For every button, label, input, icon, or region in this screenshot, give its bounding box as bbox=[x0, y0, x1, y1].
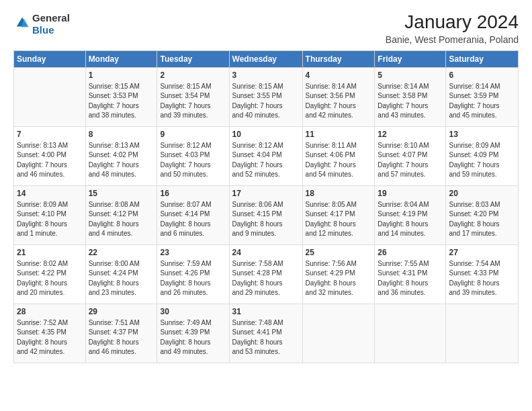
day-info: Sunrise: 7:52 AMSunset: 4:35 PMDaylight:… bbox=[17, 318, 83, 357]
calendar-cell: 22Sunrise: 8:00 AMSunset: 4:24 PMDayligh… bbox=[85, 244, 157, 304]
day-number: 20 bbox=[449, 188, 515, 199]
day-number: 31 bbox=[232, 306, 300, 318]
day-number: 17 bbox=[232, 188, 300, 199]
logo-general: General bbox=[32, 12, 70, 24]
day-info: Sunrise: 8:06 AMSunset: 4:15 PMDaylight:… bbox=[232, 200, 300, 239]
calendar-cell bbox=[302, 304, 375, 363]
main-title: January 2024 bbox=[386, 12, 519, 33]
day-info: Sunrise: 8:09 AMSunset: 4:10 PMDaylight:… bbox=[17, 200, 83, 239]
calendar-cell: 14Sunrise: 8:09 AMSunset: 4:10 PMDayligh… bbox=[14, 185, 86, 244]
day-info: Sunrise: 7:49 AMSunset: 4:39 PMDaylight:… bbox=[160, 318, 226, 357]
day-info: Sunrise: 8:02 AMSunset: 4:22 PMDaylight:… bbox=[17, 259, 83, 298]
calendar-cell: 31Sunrise: 7:48 AMSunset: 4:41 PMDayligh… bbox=[229, 304, 302, 363]
title-block: January 2024 Banie, West Pomerania, Pola… bbox=[386, 12, 519, 45]
calendar-cell: 15Sunrise: 8:08 AMSunset: 4:12 PMDayligh… bbox=[85, 185, 157, 244]
calendar-cell: 9Sunrise: 8:12 AMSunset: 4:03 PMDaylight… bbox=[157, 126, 229, 185]
calendar-cell: 19Sunrise: 8:04 AMSunset: 4:19 PMDayligh… bbox=[375, 185, 446, 244]
day-info: Sunrise: 7:59 AMSunset: 4:26 PMDaylight:… bbox=[160, 259, 226, 298]
day-number: 25 bbox=[306, 247, 372, 259]
calendar-cell: 27Sunrise: 7:54 AMSunset: 4:33 PMDayligh… bbox=[446, 244, 519, 304]
calendar-cell: 5Sunrise: 8:14 AMSunset: 3:58 PMDaylight… bbox=[375, 67, 446, 126]
day-number: 15 bbox=[89, 188, 154, 199]
day-number: 9 bbox=[160, 129, 226, 140]
day-info: Sunrise: 8:14 AMSunset: 3:58 PMDaylight:… bbox=[378, 82, 443, 121]
day-info: Sunrise: 7:55 AMSunset: 4:31 PMDaylight:… bbox=[378, 259, 443, 298]
day-info: Sunrise: 8:03 AMSunset: 4:20 PMDaylight:… bbox=[449, 200, 515, 239]
calendar-cell: 28Sunrise: 7:52 AMSunset: 4:35 PMDayligh… bbox=[14, 304, 86, 363]
day-number: 23 bbox=[160, 247, 226, 259]
logo-text-general: General bbox=[32, 12, 70, 24]
calendar-cell bbox=[446, 304, 519, 363]
day-number: 6 bbox=[449, 70, 515, 81]
header: General Blue January 2024 Banie, West Po… bbox=[13, 12, 519, 45]
day-number: 26 bbox=[378, 247, 443, 259]
day-number: 19 bbox=[378, 188, 443, 199]
col-saturday: Saturday bbox=[446, 50, 519, 67]
day-number: 11 bbox=[306, 129, 372, 140]
day-number: 1 bbox=[89, 70, 154, 81]
week-row-0: 1Sunrise: 8:15 AMSunset: 3:53 PMDaylight… bbox=[14, 67, 519, 126]
day-info: Sunrise: 8:13 AMSunset: 4:00 PMDaylight:… bbox=[17, 141, 83, 180]
calendar-cell bbox=[14, 67, 86, 126]
calendar-cell: 30Sunrise: 7:49 AMSunset: 4:39 PMDayligh… bbox=[157, 304, 229, 363]
logo-blue-row: Blue bbox=[32, 24, 70, 36]
week-row-3: 21Sunrise: 8:02 AMSunset: 4:22 PMDayligh… bbox=[14, 244, 519, 304]
col-thursday: Thursday bbox=[302, 50, 375, 67]
day-info: Sunrise: 8:07 AMSunset: 4:14 PMDaylight:… bbox=[160, 200, 226, 239]
col-monday: Monday bbox=[85, 50, 157, 67]
day-number: 27 bbox=[449, 247, 515, 259]
header-row: Sunday Monday Tuesday Wednesday Thursday… bbox=[14, 50, 519, 67]
day-info: Sunrise: 8:14 AMSunset: 3:59 PMDaylight:… bbox=[449, 82, 515, 121]
subtitle: Banie, West Pomerania, Poland bbox=[386, 34, 519, 45]
day-info: Sunrise: 8:15 AMSunset: 3:55 PMDaylight:… bbox=[232, 82, 300, 121]
calendar: Sunday Monday Tuesday Wednesday Thursday… bbox=[13, 50, 519, 363]
calendar-cell bbox=[375, 304, 446, 363]
day-info: Sunrise: 7:58 AMSunset: 4:28 PMDaylight:… bbox=[232, 259, 300, 298]
calendar-cell: 18Sunrise: 8:05 AMSunset: 4:17 PMDayligh… bbox=[302, 185, 375, 244]
day-number: 24 bbox=[232, 247, 300, 259]
week-row-1: 7Sunrise: 8:13 AMSunset: 4:00 PMDaylight… bbox=[14, 126, 519, 185]
day-number: 4 bbox=[306, 70, 372, 81]
day-number: 18 bbox=[306, 188, 372, 199]
day-info: Sunrise: 7:51 AMSunset: 4:37 PMDaylight:… bbox=[89, 318, 154, 357]
day-number: 2 bbox=[160, 70, 226, 81]
calendar-cell: 8Sunrise: 8:13 AMSunset: 4:02 PMDaylight… bbox=[85, 126, 157, 185]
col-tuesday: Tuesday bbox=[157, 50, 229, 67]
col-wednesday: Wednesday bbox=[229, 50, 302, 67]
calendar-cell: 13Sunrise: 8:09 AMSunset: 4:09 PMDayligh… bbox=[446, 126, 519, 185]
day-number: 10 bbox=[232, 129, 300, 140]
day-number: 3 bbox=[232, 70, 300, 81]
calendar-cell: 10Sunrise: 8:12 AMSunset: 4:04 PMDayligh… bbox=[229, 126, 302, 185]
col-sunday: Sunday bbox=[14, 50, 86, 67]
day-info: Sunrise: 8:05 AMSunset: 4:17 PMDaylight:… bbox=[306, 200, 372, 239]
calendar-cell: 6Sunrise: 8:14 AMSunset: 3:59 PMDaylight… bbox=[446, 67, 519, 126]
calendar-cell: 26Sunrise: 7:55 AMSunset: 4:31 PMDayligh… bbox=[375, 244, 446, 304]
day-number: 13 bbox=[449, 129, 515, 140]
calendar-cell: 3Sunrise: 8:15 AMSunset: 3:55 PMDaylight… bbox=[229, 67, 302, 126]
day-info: Sunrise: 8:13 AMSunset: 4:02 PMDaylight:… bbox=[89, 141, 154, 180]
calendar-cell: 17Sunrise: 8:06 AMSunset: 4:15 PMDayligh… bbox=[229, 185, 302, 244]
day-info: Sunrise: 8:10 AMSunset: 4:07 PMDaylight:… bbox=[378, 141, 443, 180]
day-info: Sunrise: 8:08 AMSunset: 4:12 PMDaylight:… bbox=[89, 200, 154, 239]
day-info: Sunrise: 7:56 AMSunset: 4:29 PMDaylight:… bbox=[306, 259, 372, 298]
day-info: Sunrise: 8:04 AMSunset: 4:19 PMDaylight:… bbox=[378, 200, 443, 239]
day-number: 21 bbox=[17, 247, 83, 259]
calendar-cell: 24Sunrise: 7:58 AMSunset: 4:28 PMDayligh… bbox=[229, 244, 302, 304]
day-info: Sunrise: 8:14 AMSunset: 3:56 PMDaylight:… bbox=[306, 82, 372, 121]
logo: General Blue bbox=[13, 12, 70, 36]
calendar-cell: 12Sunrise: 8:10 AMSunset: 4:07 PMDayligh… bbox=[375, 126, 446, 185]
day-number: 12 bbox=[378, 129, 443, 140]
calendar-cell: 1Sunrise: 8:15 AMSunset: 3:53 PMDaylight… bbox=[85, 67, 157, 126]
day-info: Sunrise: 7:48 AMSunset: 4:41 PMDaylight:… bbox=[232, 318, 300, 357]
calendar-cell: 11Sunrise: 8:11 AMSunset: 4:06 PMDayligh… bbox=[302, 126, 375, 185]
week-row-4: 28Sunrise: 7:52 AMSunset: 4:35 PMDayligh… bbox=[14, 304, 519, 363]
page: General Blue January 2024 Banie, West Po… bbox=[0, 0, 532, 411]
day-number: 30 bbox=[160, 306, 226, 318]
day-info: Sunrise: 8:15 AMSunset: 3:53 PMDaylight:… bbox=[89, 82, 154, 121]
logo-icon bbox=[15, 15, 30, 30]
calendar-cell: 29Sunrise: 7:51 AMSunset: 4:37 PMDayligh… bbox=[85, 304, 157, 363]
calendar-cell: 23Sunrise: 7:59 AMSunset: 4:26 PMDayligh… bbox=[157, 244, 229, 304]
day-info: Sunrise: 8:09 AMSunset: 4:09 PMDaylight:… bbox=[449, 141, 515, 180]
day-number: 22 bbox=[89, 247, 154, 259]
day-number: 8 bbox=[89, 129, 154, 140]
